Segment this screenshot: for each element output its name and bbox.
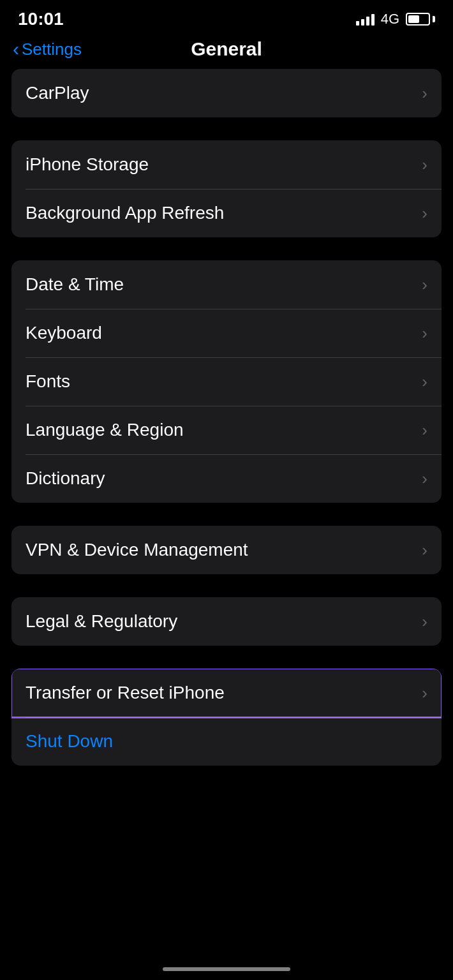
vpn-device-management-label: VPN & Device Management (26, 540, 248, 560)
keyboard-item[interactable]: Keyboard › (11, 309, 442, 357)
background-app-refresh-chevron-icon: › (422, 204, 427, 223)
language-region-label: Language & Region (26, 420, 184, 440)
dictionary-chevron-icon: › (422, 469, 427, 489)
datetime-group: Date & Time › Keyboard › Fonts › Languag… (11, 260, 442, 503)
transfer-reset-item[interactable]: Transfer or Reset iPhone › (11, 669, 442, 717)
date-time-item[interactable]: Date & Time › (11, 260, 442, 309)
transfer-reset-chevron-icon: › (422, 683, 427, 703)
battery-tip (433, 16, 435, 22)
legal-regulatory-chevron-icon: › (422, 612, 427, 632)
home-bar (163, 967, 290, 971)
signal-bars (356, 13, 375, 26)
date-time-chevron-icon: › (422, 275, 427, 295)
iphone-storage-label: iPhone Storage (26, 154, 149, 175)
vpn-device-management-item[interactable]: VPN & Device Management › (11, 526, 442, 574)
fonts-chevron-icon: › (422, 372, 427, 392)
transfer-reset-label: Transfer or Reset iPhone (26, 683, 225, 703)
vpn-group: VPN & Device Management › (11, 526, 442, 574)
network-label: 4G (381, 11, 399, 27)
carplay-label: CarPlay (26, 83, 89, 103)
language-region-chevron-icon: › (422, 420, 427, 440)
carplay-group[interactable]: CarPlay › (11, 69, 442, 117)
transfer-group: Transfer or Reset iPhone › Shut Down (11, 669, 442, 766)
shut-down-label: Shut Down (26, 731, 113, 752)
iphone-storage-item[interactable]: iPhone Storage › (11, 140, 442, 189)
battery-icon (406, 13, 435, 26)
battery-fill (408, 15, 419, 23)
legal-group: Legal & Regulatory › (11, 597, 442, 646)
storage-group: iPhone Storage › Background App Refresh … (11, 140, 442, 237)
date-time-label: Date & Time (26, 274, 124, 295)
carplay-chevron-icon: › (422, 84, 427, 103)
status-time: 10:01 (18, 9, 64, 29)
page-title: General (191, 38, 262, 60)
back-button[interactable]: ‹ Settings (13, 40, 82, 59)
nav-bar: ‹ Settings General (0, 34, 453, 69)
fonts-label: Fonts (26, 371, 70, 392)
battery-body (406, 13, 430, 26)
iphone-storage-chevron-icon: › (422, 155, 427, 175)
back-label: Settings (22, 40, 82, 59)
back-chevron-icon: ‹ (13, 40, 19, 59)
legal-regulatory-item[interactable]: Legal & Regulatory › (11, 597, 442, 646)
home-indicator (0, 956, 453, 980)
keyboard-label: Keyboard (26, 323, 102, 343)
background-app-refresh-label: Background App Refresh (26, 203, 224, 223)
fonts-item[interactable]: Fonts › (11, 357, 442, 406)
status-bar: 10:01 4G (0, 0, 453, 34)
shut-down-item[interactable]: Shut Down (11, 717, 442, 766)
dictionary-label: Dictionary (26, 468, 105, 489)
keyboard-chevron-icon: › (422, 323, 427, 343)
background-app-refresh-item[interactable]: Background App Refresh › (11, 189, 442, 237)
language-region-item[interactable]: Language & Region › (11, 406, 442, 454)
legal-regulatory-label: Legal & Regulatory (26, 611, 177, 632)
status-right: 4G (356, 11, 435, 27)
dictionary-item[interactable]: Dictionary › (11, 454, 442, 503)
content-area: CarPlay › iPhone Storage › Background Ap… (0, 69, 453, 766)
vpn-device-management-chevron-icon: › (422, 540, 427, 560)
